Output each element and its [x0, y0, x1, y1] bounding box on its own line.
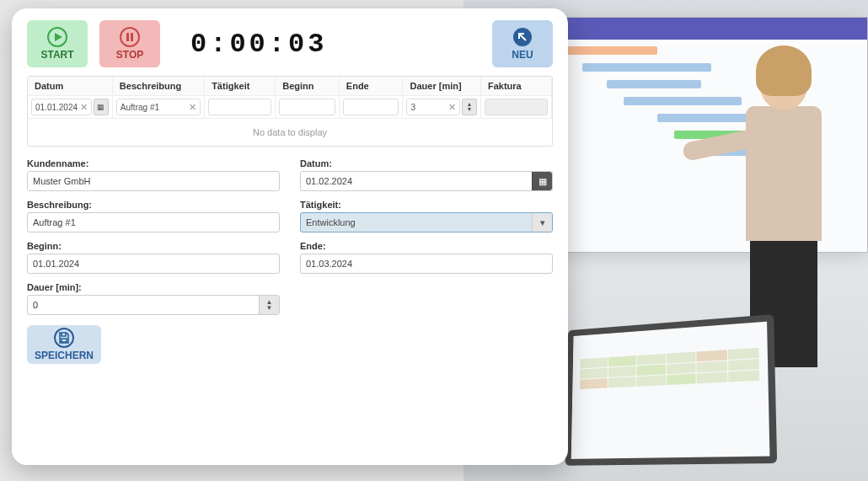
- kundenname-input[interactable]: [28, 172, 279, 190]
- filter-dauer[interactable]: ✕: [406, 99, 459, 115]
- stop-button-label: STOP: [116, 49, 143, 61]
- grid-filter-row: ✕ ▦ ✕ ✕ ▲▼: [28, 96, 552, 119]
- svg-marker-1: [55, 33, 62, 41]
- col-datum[interactable]: Datum: [28, 77, 113, 96]
- speichern-button-label: SPEICHERN: [35, 350, 94, 361]
- new-icon: [512, 27, 533, 47]
- top-button-row: START STOP 0:00:03 NEU: [27, 20, 553, 67]
- speichern-button[interactable]: SPEICHERN: [27, 325, 101, 364]
- ende-input[interactable]: [301, 254, 552, 273]
- datum-label: Datum:: [300, 158, 553, 168]
- chevron-down-icon[interactable]: ▾: [532, 213, 552, 232]
- svg-point-6: [55, 329, 73, 347]
- grid-header-row: Datum Beschreibung Tätigkeit Beginn Ende…: [28, 77, 552, 96]
- datum-input[interactable]: [301, 172, 532, 190]
- save-icon: [54, 328, 74, 348]
- clear-icon[interactable]: ✕: [448, 102, 456, 113]
- filter-datum[interactable]: ✕: [31, 99, 92, 115]
- neu-button-label: NEU: [512, 49, 533, 61]
- pause-icon: [120, 27, 140, 47]
- filter-faktura[interactable]: [485, 99, 548, 115]
- taetigkeit-select[interactable]: [301, 213, 532, 232]
- stop-button[interactable]: STOP: [99, 20, 160, 67]
- play-icon: [47, 27, 67, 47]
- col-faktura[interactable]: Faktura: [481, 77, 552, 96]
- svg-rect-3: [126, 33, 129, 41]
- taetigkeit-label: Tätigkeit:: [300, 200, 553, 210]
- clear-icon[interactable]: ✕: [189, 102, 196, 113]
- ende-label: Ende:: [300, 241, 553, 251]
- col-dauer[interactable]: Dauer [min]: [403, 77, 480, 96]
- neu-button[interactable]: NEU: [492, 20, 553, 67]
- filter-taetigkeit[interactable]: [208, 99, 271, 115]
- filter-beginn[interactable]: [279, 99, 335, 115]
- calendar-icon[interactable]: ▦: [532, 172, 552, 190]
- col-taetigkeit[interactable]: Tätigkeit: [205, 77, 276, 96]
- laptop: [565, 314, 778, 466]
- beschreibung-label: Beschreibung:: [27, 200, 280, 210]
- clear-icon[interactable]: ✕: [80, 102, 88, 113]
- dauer-label: Dauer [min]:: [27, 282, 280, 292]
- calendar-icon[interactable]: ▦: [94, 99, 109, 115]
- col-beschreibung[interactable]: Beschreibung: [113, 77, 205, 96]
- entries-grid: Datum Beschreibung Tätigkeit Beginn Ende…: [27, 76, 553, 147]
- svg-point-2: [121, 28, 139, 46]
- filter-ende[interactable]: [343, 99, 399, 115]
- time-tracking-card: START STOP 0:00:03 NEU Datum Beschreibun…: [12, 8, 568, 465]
- beginn-input[interactable]: [28, 254, 279, 273]
- spinner-icon[interactable]: ▲▼: [462, 99, 477, 115]
- svg-rect-4: [131, 33, 133, 41]
- col-ende[interactable]: Ende: [340, 77, 404, 96]
- col-beginn[interactable]: Beginn: [276, 77, 340, 96]
- start-button[interactable]: START: [27, 20, 88, 67]
- spinner-icon[interactable]: ▲▼: [259, 296, 279, 314]
- detail-form: Kundenname: Datum: ▦ Beschreibung: Tätig…: [27, 158, 553, 320]
- start-button-label: START: [40, 49, 73, 61]
- dauer-input[interactable]: [28, 296, 259, 314]
- timer-display: 0:00:03: [190, 29, 327, 60]
- beschreibung-input[interactable]: [28, 213, 279, 232]
- grid-empty-text: No data to display: [28, 119, 552, 146]
- filter-beschreibung[interactable]: ✕: [116, 99, 201, 115]
- beginn-label: Beginn:: [27, 241, 280, 251]
- kundenname-label: Kundenname:: [27, 158, 280, 168]
